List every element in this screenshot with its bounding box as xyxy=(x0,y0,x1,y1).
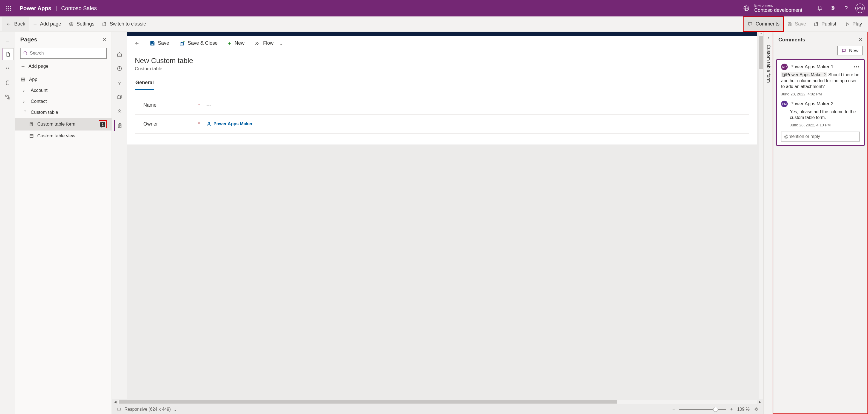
pages-tree: App › Account › Contact › Custom table C… xyxy=(16,74,112,142)
automation-rail-icon[interactable] xyxy=(2,91,14,103)
scroll-thumb[interactable] xyxy=(119,400,617,404)
comments-close-icon[interactable]: ✕ xyxy=(859,37,863,43)
hamburger-icon[interactable] xyxy=(2,34,14,46)
tree-item-app[interactable]: App xyxy=(16,74,112,85)
form-flow-button[interactable]: Flow ⌄ xyxy=(250,37,287,50)
form-new-button[interactable]: New xyxy=(223,37,249,50)
field-label: Name xyxy=(143,102,198,108)
reply-input[interactable]: @mention or reply xyxy=(781,131,860,142)
tree-item-custom-table[interactable]: › Custom table xyxy=(16,107,112,118)
tree-item-custom-form[interactable]: Custom table form 1 xyxy=(16,118,112,130)
owner-name: Power Apps Maker xyxy=(214,121,253,126)
environment-name: Contoso development xyxy=(754,7,802,13)
publish-label: Publish xyxy=(822,21,838,27)
brand-title[interactable]: Power Apps | Contoso Sales xyxy=(20,5,97,11)
pin-icon[interactable] xyxy=(114,77,125,88)
required-asterisk: * xyxy=(198,103,206,108)
required-asterisk: * xyxy=(198,121,206,126)
pages-rail-icon[interactable] xyxy=(2,48,14,60)
fit-icon[interactable] xyxy=(754,407,759,412)
comment-more-icon[interactable]: ••• xyxy=(854,64,860,69)
settings-gear-icon[interactable] xyxy=(826,2,839,15)
vertical-scrollbar[interactable]: ▲ xyxy=(759,32,763,399)
field-name-row[interactable]: Name * --- xyxy=(135,96,749,115)
layers-icon[interactable] xyxy=(114,92,125,102)
form-back-button[interactable] xyxy=(130,37,144,50)
add-page-button[interactable]: Add page xyxy=(29,17,65,31)
owner-link[interactable]: Power Apps Maker xyxy=(206,121,253,127)
add-page-link[interactable]: Add page xyxy=(16,61,112,72)
svg-point-0 xyxy=(6,6,7,7)
clipboard-icon[interactable] xyxy=(114,120,125,131)
pages-close-icon[interactable]: ✕ xyxy=(102,36,106,42)
save-button[interactable]: Save xyxy=(783,17,810,31)
zoom-slider[interactable] xyxy=(679,409,726,410)
data-rail-icon[interactable] xyxy=(2,77,14,89)
waffle-icon[interactable] xyxy=(3,3,14,14)
form-save-button[interactable]: Save xyxy=(145,37,174,50)
switch-classic-button[interactable]: Switch to classic xyxy=(98,17,150,31)
scroll-thumb[interactable] xyxy=(759,36,763,69)
comment-time: June 28, 2022, 4:02 PM xyxy=(781,92,860,96)
new-comment-button[interactable]: New xyxy=(837,46,863,55)
comment-count-badge[interactable]: 1 xyxy=(100,122,105,127)
svg-point-17 xyxy=(6,81,9,82)
field-owner-row[interactable]: Owner * Power Apps Maker xyxy=(135,115,749,133)
comment-body: @Power Apps Maker 2 Should there be anot… xyxy=(781,72,860,90)
form-card: New Custom table Custom table General Na… xyxy=(127,51,757,145)
tree-rail-icon[interactable] xyxy=(2,62,14,75)
help-icon[interactable]: ? xyxy=(839,2,852,15)
zoom-in-button[interactable]: + xyxy=(730,407,733,412)
add-page-text: Add page xyxy=(29,64,49,69)
tab-general[interactable]: General xyxy=(135,78,154,90)
recent-icon[interactable] xyxy=(114,63,125,74)
hamburger-icon[interactable] xyxy=(114,34,125,46)
chevron-down-icon[interactable]: ⌄ xyxy=(174,407,177,412)
svg-point-6 xyxy=(6,9,7,11)
property-tab-label[interactable]: Custom table form xyxy=(766,45,771,83)
user-avatar[interactable]: PM xyxy=(856,4,865,13)
comment-mention[interactable]: @Power Apps Maker 2 xyxy=(781,72,827,77)
chevron-down-icon: ⌄ xyxy=(279,40,283,46)
tree-item-custom-view[interactable]: Custom table view xyxy=(16,130,112,142)
environment-label: Environment xyxy=(754,4,802,7)
responsive-mode[interactable]: Responsive (624 x 449) xyxy=(124,407,171,412)
pages-title: Pages xyxy=(20,36,37,43)
save-close-icon xyxy=(179,40,185,46)
scroll-right-arrow[interactable]: ▶ xyxy=(758,400,761,404)
brand-separator: | xyxy=(55,5,57,11)
home-icon[interactable] xyxy=(114,49,125,60)
publish-button[interactable]: Publish xyxy=(810,17,841,31)
back-button[interactable]: Back xyxy=(2,17,29,31)
svg-rect-26 xyxy=(30,135,33,138)
svg-point-3 xyxy=(6,8,7,9)
horizontal-scrollbar[interactable] xyxy=(118,400,757,404)
pages-search-box[interactable] xyxy=(20,48,106,59)
flow-icon xyxy=(254,41,260,46)
environment-picker[interactable]: Environment Contoso development xyxy=(754,4,802,13)
notifications-icon[interactable] xyxy=(813,2,826,15)
svg-rect-18 xyxy=(5,95,7,96)
zoom-value: 109 % xyxy=(737,407,750,412)
tree-item-contact[interactable]: › Contact xyxy=(16,96,112,107)
globe-icon xyxy=(743,5,749,11)
expand-chevron-icon[interactable]: ‹ xyxy=(768,35,769,41)
form-save-close-button[interactable]: Save & Close xyxy=(175,37,222,50)
svg-rect-28 xyxy=(118,96,121,99)
svg-rect-21 xyxy=(21,78,23,79)
play-button[interactable]: Play xyxy=(841,17,866,31)
zoom-out-button[interactable]: − xyxy=(672,407,675,412)
scroll-left-arrow[interactable]: ◀ xyxy=(114,400,117,404)
field-section: Name * --- Owner * Power Apps Maker xyxy=(135,96,749,134)
person-icon[interactable] xyxy=(114,106,125,117)
settings-button[interactable]: Settings xyxy=(65,17,98,31)
comment-entry: PM Power Apps Maker 2 Yes, please add th… xyxy=(781,100,860,127)
comment-body: Yes, please add the column to the custom… xyxy=(790,109,860,121)
tree-item-account[interactable]: › Account xyxy=(16,85,112,96)
search-input[interactable] xyxy=(30,51,103,56)
back-label: Back xyxy=(14,21,25,27)
plus-icon xyxy=(227,41,232,46)
scroll-up-arrow[interactable]: ▲ xyxy=(759,32,763,35)
comments-button[interactable]: Comments xyxy=(744,17,783,31)
app-grid-icon xyxy=(21,77,26,82)
